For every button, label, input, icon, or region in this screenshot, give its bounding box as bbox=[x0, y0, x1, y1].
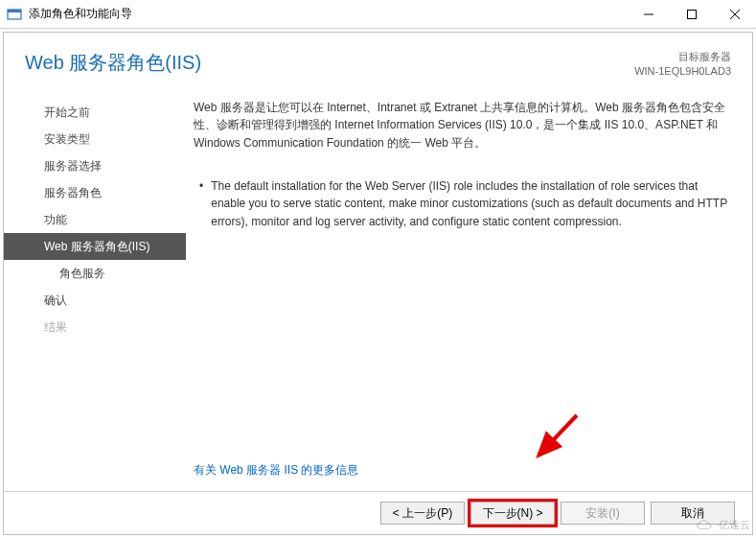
watermark-text: 亿速云 bbox=[719, 518, 750, 532]
window-controls bbox=[627, 0, 756, 29]
note-item-0: •The default installation for the Web Se… bbox=[199, 177, 733, 231]
close-button[interactable] bbox=[713, 0, 756, 29]
target-value: WIN-1EQL9H0LAD3 bbox=[634, 64, 731, 79]
target-label: 目标服务器 bbox=[634, 50, 731, 64]
target-server-info: 目标服务器 WIN-1EQL9H0LAD3 bbox=[634, 50, 731, 80]
sidebar-item-4[interactable]: 功能 bbox=[4, 206, 186, 233]
sidebar: 开始之前安装类型服务器选择服务器角色功能Web 服务器角色(IIS)角色服务确认… bbox=[4, 89, 186, 491]
svg-rect-1 bbox=[8, 10, 21, 12]
more-info-link[interactable]: 有关 Web 服务器 IIS 的更多信息 bbox=[194, 461, 733, 480]
sidebar-item-0[interactable]: 开始之前 bbox=[4, 99, 186, 126]
sidebar-item-7[interactable]: 确认 bbox=[4, 287, 186, 314]
sidebar-item-1[interactable]: 安装类型 bbox=[4, 126, 186, 152]
minimize-button[interactable] bbox=[627, 0, 670, 29]
sidebar-item-8: 结果 bbox=[4, 314, 186, 340]
intro-text: Web 服务器是让您可以在 Internet、Intranet 或 Extran… bbox=[194, 99, 733, 152]
content-area: 开始之前安装类型服务器选择服务器角色功能Web 服务器角色(IIS)角色服务确认… bbox=[4, 89, 752, 491]
bullet-icon: • bbox=[199, 177, 203, 231]
dialog-body: Web 服务器角色(IIS) 目标服务器 WIN-1EQL9H0LAD3 开始之… bbox=[3, 32, 753, 535]
window-title: 添加角色和功能向导 bbox=[29, 6, 627, 22]
note-text: The default installation for the Web Ser… bbox=[211, 177, 733, 231]
app-icon bbox=[7, 7, 22, 22]
sidebar-item-5[interactable]: Web 服务器角色(IIS) bbox=[4, 233, 186, 260]
svg-rect-3 bbox=[687, 10, 696, 18]
page-title: Web 服务器角色(IIS) bbox=[25, 50, 201, 76]
notes-list: •The default installation for the Web Se… bbox=[199, 177, 733, 231]
header-area: Web 服务器角色(IIS) 目标服务器 WIN-1EQL9H0LAD3 bbox=[4, 33, 752, 89]
install-button: 安装(I) bbox=[561, 502, 645, 525]
previous-button[interactable]: < 上一步(P) bbox=[380, 502, 465, 525]
watermark: 亿速云 bbox=[696, 518, 750, 532]
main-content: Web 服务器是让您可以在 Internet、Intranet 或 Extran… bbox=[186, 89, 752, 491]
footer: < 上一步(P) 下一步(N) > 安装(I) 取消 bbox=[4, 491, 752, 534]
sidebar-item-3[interactable]: 服务器角色 bbox=[4, 179, 186, 206]
maximize-button[interactable] bbox=[670, 0, 713, 29]
titlebar: 添加角色和功能向导 bbox=[0, 0, 756, 29]
sidebar-item-2[interactable]: 服务器选择 bbox=[4, 152, 186, 179]
next-button[interactable]: 下一步(N) > bbox=[470, 502, 555, 525]
sidebar-item-6[interactable]: 角色服务 bbox=[4, 260, 186, 287]
